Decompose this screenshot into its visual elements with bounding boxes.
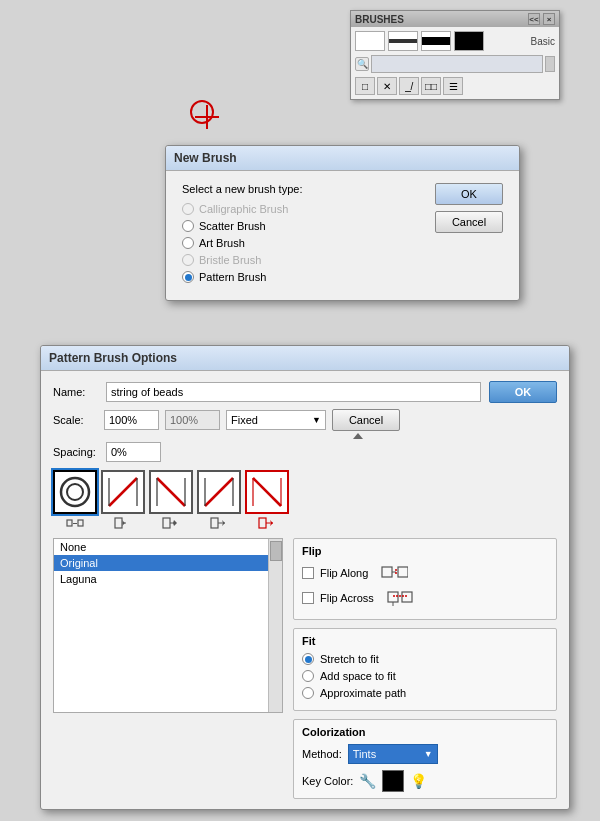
brushes-content: Basic 🔍 □ ✕ ⎯/ □□ ☰ (351, 27, 559, 99)
new-brush-dialog: New Brush Select a new brush type: Calli… (165, 145, 520, 301)
svg-point-1 (67, 484, 83, 500)
addspace-radio[interactable] (302, 670, 314, 682)
brush-swatch-2[interactable] (388, 31, 418, 51)
tile-icon-3 (161, 516, 181, 530)
approx-radio[interactable] (302, 687, 314, 699)
flip-along-checkbox[interactable] (302, 567, 314, 579)
tile-icon-2 (113, 516, 133, 530)
colorization-title: Colorization (302, 726, 548, 738)
pattern-radio[interactable] (182, 271, 194, 283)
pbo-body: Name: OK Scale: Fixed ▼ Cancel Spacing: (41, 371, 569, 809)
name-input[interactable] (106, 382, 481, 402)
fit-section: Fit Stretch to fit Add space to fit Appr… (293, 628, 557, 711)
colorization-section: Colorization Method: Tints ▼ Key Color: … (293, 719, 557, 799)
flip-across-icon (386, 588, 414, 608)
new-brush-options: Select a new brush type: Calligraphic Br… (182, 183, 415, 288)
flip-across-label: Flip Across (320, 592, 374, 604)
scrollbar-thumb[interactable] (270, 541, 282, 561)
addspace-row: Add space to fit (302, 670, 548, 682)
svg-rect-4 (78, 520, 83, 526)
svg-line-5 (109, 478, 137, 506)
tile-swatch-3[interactable] (149, 470, 193, 514)
list-item-laguna[interactable]: Laguna (54, 571, 282, 587)
tile-swatch-1[interactable] (53, 470, 97, 514)
fixed-dropdown[interactable]: Fixed ▼ (226, 410, 326, 430)
art-label: Art Brush (199, 237, 245, 249)
tints-arrow: ▼ (424, 749, 433, 759)
brush-options-btn[interactable]: ⎯/ (399, 77, 419, 95)
brush-search-input[interactable] (371, 55, 543, 73)
brushes-toolbar: □ ✕ ⎯/ □□ ☰ (355, 77, 555, 95)
svg-rect-3 (73, 523, 77, 524)
brush-scroll[interactable] (545, 56, 555, 72)
eyedropper-icon[interactable]: 🔧 (359, 773, 376, 789)
scatter-label: Scatter Brush (199, 220, 266, 232)
svg-rect-35 (402, 592, 412, 602)
scatter-option[interactable]: Scatter Brush (182, 220, 415, 232)
tiles-row (53, 470, 557, 530)
delete-brush-btn[interactable]: ✕ (377, 77, 397, 95)
list-item-none[interactable]: None (54, 539, 282, 555)
key-color-label: Key Color: (302, 775, 353, 787)
brush-swatch-3[interactable] (421, 31, 451, 51)
brushes-swatches-row: Basic (355, 31, 555, 51)
tile-swatch-2[interactable] (101, 470, 145, 514)
tile-swatch-4[interactable] (197, 470, 241, 514)
addspace-label: Add space to fit (320, 670, 396, 682)
svg-rect-31 (398, 567, 408, 577)
pattern-label: Pattern Brush (199, 271, 266, 283)
pattern-option[interactable]: Pattern Brush (182, 271, 415, 283)
art-option[interactable]: Art Brush (182, 237, 415, 249)
list-item-original[interactable]: Original (54, 555, 282, 571)
brushes-close-btn[interactable]: × (543, 13, 555, 25)
tints-label: Tints (353, 748, 376, 760)
flip-along-label: Flip Along (320, 567, 368, 579)
tints-dropdown[interactable]: Tints ▼ (348, 744, 438, 764)
brushes-collapse-btn[interactable]: << (528, 13, 540, 25)
calligraphic-radio[interactable] (182, 203, 194, 215)
key-color-swatch[interactable] (382, 770, 404, 792)
crosshair-cursor (195, 105, 219, 129)
flip-section: Flip Flip Along (293, 538, 557, 620)
basic-label: Basic (531, 36, 555, 47)
lightbulb-icon[interactable]: 💡 (410, 773, 427, 789)
pbo-cancel-btn[interactable]: Cancel (332, 409, 400, 431)
pbo-list-section: None Original Laguna (53, 538, 283, 799)
scale-input2 (165, 410, 220, 430)
pbo-right: Flip Flip Along (293, 538, 557, 799)
svg-rect-8 (115, 518, 122, 528)
tile-icon-5 (257, 516, 277, 530)
pbo-lower: None Original Laguna Flip Flip Along (53, 538, 557, 799)
brush-menu-btn[interactable]: ☰ (443, 77, 463, 95)
scatter-radio[interactable] (182, 220, 194, 232)
new-brush-cancel-btn[interactable]: Cancel (435, 211, 503, 233)
pbo-ok-btn[interactable]: OK (489, 381, 557, 403)
method-row: Method: Tints ▼ (302, 744, 548, 764)
spacing-label: Spacing: (53, 446, 98, 458)
new-brush-buttons: OK Cancel (435, 183, 503, 288)
new-brush-ok-btn[interactable]: OK (435, 183, 503, 205)
bristle-radio[interactable] (182, 254, 194, 266)
list-scrollbar[interactable] (268, 539, 282, 712)
brush-swatch-1[interactable] (355, 31, 385, 51)
method-label: Method: (302, 748, 342, 760)
flip-across-checkbox[interactable] (302, 592, 314, 604)
flip-title: Flip (302, 545, 548, 557)
art-radio[interactable] (182, 237, 194, 249)
scale-input1[interactable] (104, 410, 159, 430)
brush-expand-btn[interactable]: □□ (421, 77, 441, 95)
svg-rect-20 (211, 518, 218, 528)
tile-swatch-5[interactable] (245, 470, 289, 514)
new-brush-body: Select a new brush type: Calligraphic Br… (166, 171, 519, 300)
calligraphic-option[interactable]: Calligraphic Brush (182, 203, 415, 215)
new-brush-btn[interactable]: □ (355, 77, 375, 95)
bristle-option[interactable]: Bristle Brush (182, 254, 415, 266)
stretch-radio[interactable] (302, 653, 314, 665)
spacing-input[interactable] (106, 442, 161, 462)
approx-label: Approximate path (320, 687, 406, 699)
svg-rect-2 (67, 520, 72, 526)
brushes-panel: BRUSHES << × Basic 🔍 □ ✕ ⎯/ □□ ☰ (350, 10, 560, 100)
brush-swatch-4[interactable] (454, 31, 484, 51)
brush-search-row: 🔍 (355, 55, 555, 73)
svg-point-0 (61, 478, 89, 506)
